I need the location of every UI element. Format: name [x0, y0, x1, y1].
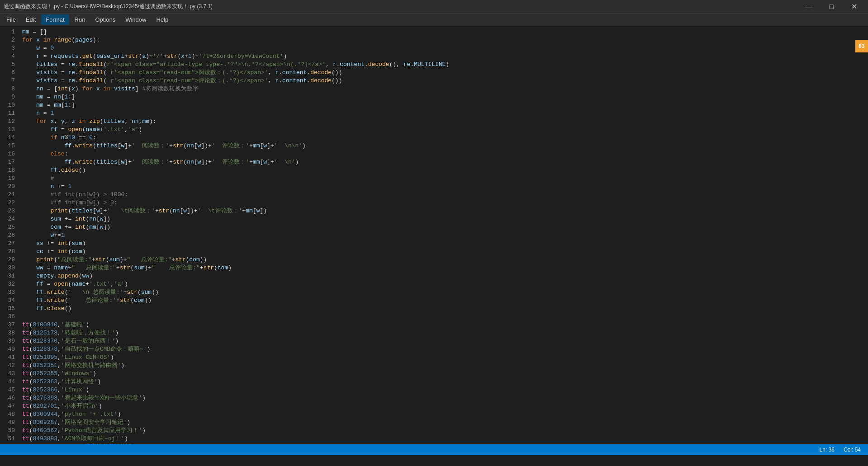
code-line-50: 50 tt(8460562,'Python语言及其应用学习！')	[0, 427, 868, 435]
code-line-18: 18 ff.close()	[0, 166, 868, 174]
code-line-5: 5 titles = re.findall(r'<span class="art…	[0, 61, 868, 69]
code-line-34: 34 ff.write(' 总评论量:'+str(com))	[0, 297, 868, 305]
code-line-42: 42 tt(8252351,'网络交换机与路由器')	[0, 362, 868, 370]
code-line-47: 47 tt(8292701,'小米开启Fn')	[0, 402, 868, 410]
code-line-11: 11 n = 1	[0, 109, 868, 118]
status-line: Ln: 36	[820, 447, 835, 453]
title-bar-buttons: — □ ✕	[798, 0, 864, 14]
code-line-23: 23 print(titles[w]+' \t阅读数：'+str(nn[w])+…	[0, 207, 868, 215]
code-line-28: 28 cc += int(com)	[0, 248, 868, 256]
menu-bar: File Edit Format Run Options Window Help	[0, 14, 868, 26]
code-line-36: 36	[0, 313, 868, 321]
status-bar: Ln: 36 Col: 54	[0, 444, 868, 455]
menu-options[interactable]: Options	[90, 14, 120, 25]
code-line-14: 14 if n%10 == 0:	[0, 134, 868, 142]
code-line-46: 46 tt(8276398,'看起来比较牛X的一些小玩意')	[0, 394, 868, 402]
title-bar-text: 通过调函数来实现！.py - C:\Users\HWP\Desktop\1234…	[4, 3, 213, 10]
menu-run[interactable]: Run	[70, 14, 90, 25]
title-bar: 通过调函数来实现！.py - C:\Users\HWP\Desktop\1234…	[0, 0, 868, 14]
editor-container: 83 1 mm = [] 2 for x in range(pages): 3 …	[0, 26, 868, 455]
code-line-19: 19 #	[0, 174, 868, 183]
code-line-45: 45 tt(8252366,'Linux')	[0, 386, 868, 394]
menu-format[interactable]: Format	[41, 14, 69, 25]
code-area[interactable]: 1 mm = [] 2 for x in range(pages): 3 w =…	[0, 26, 868, 444]
code-line-44: 44 tt(8252363,'计算机网络')	[0, 378, 868, 386]
code-line-2: 2 for x in range(pages):	[0, 36, 868, 44]
menu-help[interactable]: Help	[152, 14, 173, 25]
code-line-3: 3 w = 0	[0, 44, 868, 52]
code-line-39: 39 tt(8128370,'是石一般的东西！')	[0, 337, 868, 345]
code-line-21: 21 #if int(nn[w]) > 1000:	[0, 191, 868, 199]
code-line-41: 41 tt(8251895,'Linux CENTOS')	[0, 353, 868, 362]
code-line-38: 38 tt(8125178,'转载啦，方便找！')	[0, 329, 868, 337]
code-line-51: 51 tt(8493893,'ACM争取每日刷~oj！')	[0, 435, 868, 443]
code-line-8: 8 nn = [int(x) for x in visits] #将阅读数转换为…	[0, 85, 868, 93]
menu-edit[interactable]: Edit	[21, 14, 40, 25]
code-line-43: 43 tt(8252355,'Windows')	[0, 370, 868, 378]
code-line-26: 26 w+=1	[0, 231, 868, 240]
code-line-9: 9 mm = nn[1:]	[0, 93, 868, 101]
menu-window[interactable]: Window	[121, 14, 151, 25]
code-line-33: 33 ff.write(' \n 总阅读量:'+str(sum))	[0, 288, 868, 297]
menu-file[interactable]: File	[2, 14, 20, 25]
code-line-6: 6 visits = re.findall( r'<span class="re…	[0, 69, 868, 77]
code-line-10: 10 mm = mm[1:]	[0, 101, 868, 109]
code-line-1: 1 mm = []	[0, 28, 868, 36]
code-line-13: 13 ff = open(name+'.txt','a')	[0, 126, 868, 134]
code-line-25: 25 com += int(mm[w])	[0, 223, 868, 231]
code-line-29: 29 print("总阅读量:"+str(sum)+" 总评论量:"+str(c…	[0, 256, 868, 264]
code-line-27: 27 ss += int(sum)	[0, 240, 868, 248]
code-line-12: 12 for x, y, z in zip(titles, nn,mm):	[0, 118, 868, 126]
status-col: Col: 54	[844, 447, 861, 453]
code-line-48: 48 tt(8300944,'python '+'.txt')	[0, 410, 868, 419]
code-line-16: 16 else:	[0, 150, 868, 158]
close-button[interactable]: ✕	[844, 0, 864, 14]
code-line-4: 4 r = requests.get(base_url+str(a)+'/'+s…	[0, 52, 868, 61]
code-line-22: 22 #if int(mm[w]) > 0:	[0, 199, 868, 207]
code-line-52: 52 tt(8518453,'C，C++语言编程基础知识！')	[0, 443, 868, 444]
maximize-button[interactable]: □	[821, 0, 842, 14]
code-line-20: 20 n += 1	[0, 183, 868, 191]
code-line-15: 15 ff.write(titles[w]+' 阅读数：'+str(nn[w])…	[0, 142, 868, 150]
code-line-30: 30 ww = name+" 总阅读量:"+str(sum)+" 总评论量:"+…	[0, 264, 868, 272]
code-line-7: 7 visits = re.findall( r'<span class="re…	[0, 77, 868, 85]
minimize-button[interactable]: —	[798, 0, 819, 14]
code-line-32: 32 ff = open(name+'.txt','a')	[0, 280, 868, 288]
code-line-35: 35 ff.close()	[0, 305, 868, 313]
code-line-37: 37 tt(8100910,'基础啦')	[0, 321, 868, 329]
code-line-24: 24 sum += int(nn[w])	[0, 215, 868, 223]
code-line-49: 49 tt(8309287,'网络空间安全学习笔记')	[0, 419, 868, 427]
code-line-31: 31 empty.append(ww)	[0, 272, 868, 280]
code-line-17: 17 ff.write(titles[w]+' 阅读数：'+str(nn[w])…	[0, 158, 868, 166]
code-line-40: 40 tt(8128378,'自己找的一点CMD命令！嘻嘻~')	[0, 345, 868, 353]
